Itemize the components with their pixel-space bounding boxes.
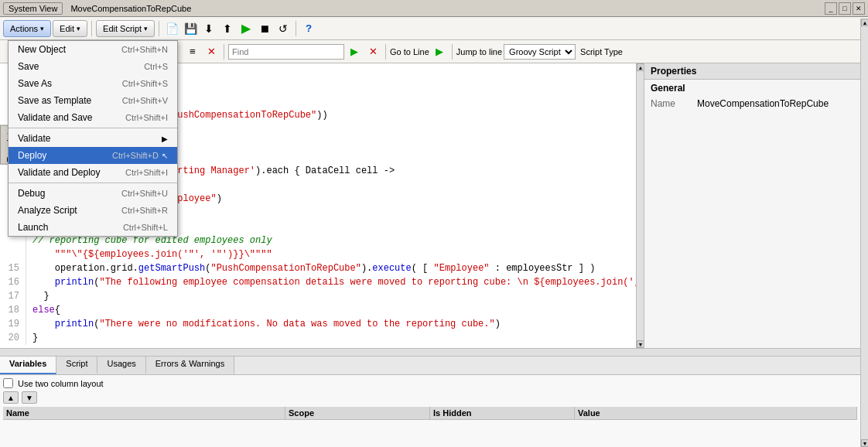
menu-item-deploy[interactable]: Deploy Ctrl+Shift+D ↖ — [9, 147, 177, 164]
menu-item-analyze-label: Analyze Script — [18, 205, 109, 216]
actions-dropdown-arrow: ▾ — [40, 25, 44, 32]
properties-name-label: Name — [651, 98, 697, 109]
editor-scrollbar: ▲ ▼ — [636, 63, 644, 348]
new-doc-icon-button[interactable]: 📄 — [163, 20, 180, 37]
validate-arrow-icon: ▶ — [162, 135, 168, 143]
save-icon-button[interactable]: 💾 — [182, 20, 199, 37]
separator-7 — [385, 44, 386, 60]
edit-dropdown-arrow: ▾ — [77, 25, 80, 32]
menu-item-save-as[interactable]: Save As Ctrl+Shift+S — [9, 75, 177, 92]
properties-name-row: Name MoveCompensationToRepCube — [651, 97, 862, 111]
code-line: println("The following employee compensa… — [32, 275, 644, 289]
menu-item-debug[interactable]: Debug Ctrl+Shift+U — [9, 185, 177, 202]
system-view-button[interactable]: System View — [3, 2, 63, 15]
download-icon-button[interactable]: ⬇ — [200, 20, 217, 37]
go-to-line-label: Go to Line — [390, 47, 429, 56]
menu-item-launch[interactable]: Launch Ctrl+Shift+L — [9, 219, 177, 236]
properties-title: Properties — [644, 63, 868, 80]
menu-item-deploy-shortcut: Ctrl+Shift+D — [112, 151, 159, 160]
edit-script-button[interactable]: Edit Script ▾ — [96, 20, 155, 37]
separator-6 — [224, 44, 224, 60]
menu-item-save-as-template-label: Save as Template — [18, 95, 110, 106]
close-button[interactable]: ✕ — [853, 2, 865, 15]
two-column-checkbox[interactable] — [3, 378, 13, 388]
col-value: Value — [575, 407, 857, 419]
tab-errors-warnings[interactable]: Errors & Warnings — [146, 357, 234, 374]
find-clear-icon[interactable]: ✕ — [364, 43, 381, 60]
separator-8 — [452, 44, 453, 60]
menu-item-save-shortcut: Ctrl+S — [144, 62, 168, 71]
menu-item-new-object[interactable]: New Object Ctrl+Shift+N — [9, 41, 177, 58]
menu-item-new-object-label: New Object — [18, 44, 109, 55]
bottom-content: Use two column layout ▲ ▼ Name Scope Is … — [0, 375, 868, 447]
two-column-label: Use two column layout — [18, 379, 104, 388]
scroll-down-arrow[interactable]: ▼ — [637, 340, 644, 348]
menu-item-validate-and-save-shortcut: Ctrl+Shift+I — [125, 113, 168, 122]
menu-item-save-as-template-shortcut: Ctrl+Shift+V — [122, 96, 168, 105]
collapse-button[interactable]: ▲ — [3, 391, 19, 404]
toolbar2-icon11[interactable]: ✕ — [203, 43, 220, 60]
properties-general-title: General — [651, 83, 862, 94]
code-line: operation.grid.getSmartPush("PushCompens… — [32, 261, 644, 275]
col-name: Name — [3, 407, 285, 419]
find-input[interactable] — [228, 44, 344, 60]
properties-general: General Name MoveCompensationToRepCube — [644, 80, 868, 114]
properties-name-value: MoveCompensationToRepCube — [697, 98, 829, 109]
column-controls: ▲ ▼ — [3, 391, 857, 404]
go-to-line-icon[interactable]: ▶ — [431, 43, 448, 60]
menu-item-launch-label: Launch — [18, 222, 111, 233]
tab-variables[interactable]: Variables — [0, 357, 56, 374]
bottom-panel: ▲ Variables Script Usages Errors & Warni… — [0, 348, 868, 447]
menu-item-analyze-script[interactable]: Analyze Script Ctrl+Shift+R — [9, 202, 177, 219]
tab-script[interactable]: Script — [56, 357, 97, 374]
menu-item-validate[interactable]: Validate ▶ — [9, 130, 177, 147]
expand-button[interactable]: ▼ — [22, 391, 37, 404]
tab-usages[interactable]: Usages — [97, 357, 145, 374]
actions-button[interactable]: Actions ▾ — [3, 20, 51, 37]
run-icon-button[interactable]: ▶ — [238, 20, 255, 37]
separator-3 — [296, 21, 296, 36]
menu-item-validate-and-save-label: Validate and Save — [18, 112, 113, 123]
scroll-up-arrow[interactable]: ▲ — [637, 63, 644, 71]
menu-item-validate-and-deploy-label: Validate and Deploy — [18, 167, 113, 178]
bottom-top-scroll: ▲ — [0, 349, 868, 357]
menu-item-validate-and-save[interactable]: Validate and Save Ctrl+Shift+I — [9, 109, 177, 126]
menu-item-validate-and-deploy-shortcut: Ctrl+Shift+I — [125, 168, 168, 177]
maximize-button[interactable]: □ — [839, 2, 851, 15]
bottom-left-panel: Use two column layout ▲ ▼ Name Scope Is … — [0, 375, 860, 447]
refresh-icon-button[interactable]: ↺ — [275, 20, 292, 37]
menu-item-save[interactable]: Save Ctrl+S — [9, 58, 177, 75]
col-scope: Scope — [285, 407, 430, 419]
props-scrollbar: ▲ ▼ — [860, 63, 868, 348]
code-line: } — [32, 331, 644, 345]
menu-separator-2 — [9, 183, 177, 183]
script-type-select[interactable]: Groovy Script Java Script — [504, 44, 576, 60]
col-hidden: Is Hidden — [430, 407, 575, 419]
minimize-button[interactable]: _ — [825, 2, 837, 15]
help-icon-button[interactable]: ? — [300, 20, 317, 37]
upload-icon-button[interactable]: ⬆ — [219, 20, 236, 37]
menu-item-save-as-template[interactable]: Save as Template Ctrl+Shift+V — [9, 92, 177, 109]
stop-icon-button[interactable]: ⏹ — [256, 20, 273, 37]
code-line: } — [32, 289, 644, 303]
toolbar2-icon10[interactable]: ≡ — [184, 43, 201, 60]
menu-item-deploy-label: Deploy — [18, 150, 100, 161]
menu-item-validate-label: Validate — [18, 133, 149, 144]
menu-item-analyze-shortcut: Ctrl+Shift+R — [121, 206, 168, 215]
variables-table-header: Name Scope Is Hidden Value — [3, 407, 857, 420]
find-go-icon[interactable]: ▶ — [346, 43, 363, 60]
code-line: """\"{${employees.join('"', '"')}}\"""" — [32, 247, 644, 261]
separator-1 — [91, 21, 92, 36]
cursor-indicator: ↖ — [162, 152, 168, 160]
window-title: MoveCompensationToRepCube — [70, 4, 191, 13]
bottom-tabs: Variables Script Usages Errors & Warning… — [0, 357, 868, 375]
menu-item-debug-shortcut: Ctrl+Shift+U — [121, 189, 168, 198]
menu-item-save-label: Save — [18, 61, 132, 72]
edit-button[interactable]: Edit ▾ — [53, 20, 87, 37]
menu-item-validate-and-deploy[interactable]: Validate and Deploy Ctrl+Shift+I — [9, 164, 177, 181]
code-line: println("There were no modifications. No… — [32, 317, 644, 331]
separator-2 — [159, 21, 159, 36]
code-line: else{ — [32, 303, 644, 317]
properties-panel: Properties General Name MoveCompensation… — [644, 63, 868, 348]
title-bar: System View MoveCompensationToRepCube _ … — [0, 0, 868, 17]
